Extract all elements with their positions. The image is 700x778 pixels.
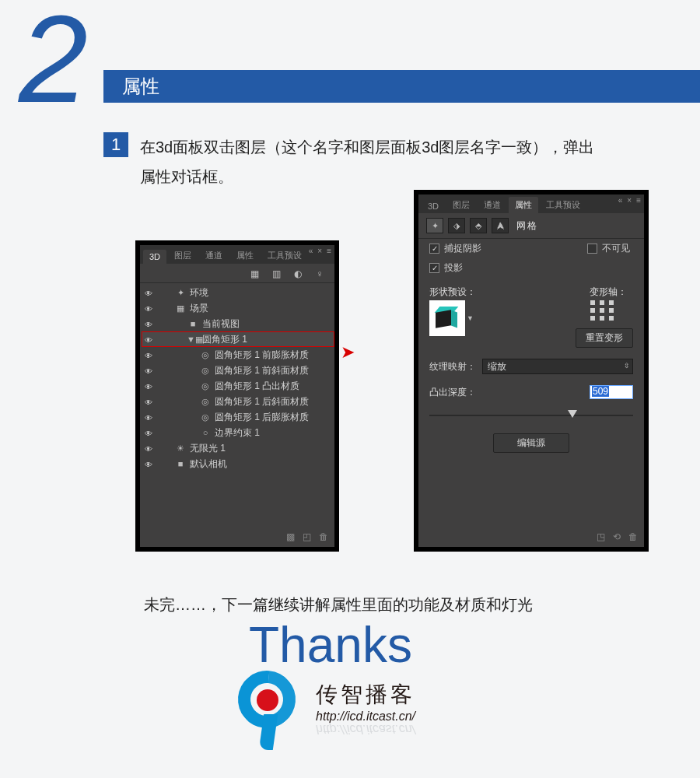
- tree-item-icon: ◎: [199, 397, 212, 407]
- mode-title: 网格: [516, 219, 538, 233]
- tree-row[interactable]: ◎圆角矩形 1 后斜面材质: [142, 394, 334, 409]
- render-icon[interactable]: ▩: [286, 531, 295, 542]
- deform-axis-label: 变形轴：: [590, 286, 627, 299]
- catch-shadow-label: 捕捉阴影: [444, 242, 481, 255]
- tree-item-icon: ■: [174, 459, 187, 468]
- visibility-eye-icon[interactable]: [142, 458, 156, 470]
- tree-row[interactable]: ■当前视图: [142, 316, 334, 331]
- tree-item-label: 当前视图: [202, 317, 334, 331]
- mode-coord-icon[interactable]: ⮝: [492, 218, 509, 233]
- extrude-depth-input[interactable]: 509: [590, 385, 633, 399]
- tree-row[interactable]: ▼▦圆角矩形 1: [142, 331, 334, 347]
- trash-icon[interactable]: 🗑: [319, 531, 328, 542]
- visibility-eye-icon[interactable]: [142, 349, 156, 361]
- outro-text: 未完……，下一篇继续讲解属性里面的功能及材质和灯光: [144, 594, 533, 615]
- menu-icon-r[interactable]: ≡: [636, 196, 641, 205]
- invisible-checkbox[interactable]: ✓: [587, 244, 597, 254]
- tree-item-label: 无限光 1: [190, 442, 334, 455]
- tree-item-icon: ✦: [174, 288, 187, 298]
- section-title: 属性: [122, 74, 159, 99]
- step-text: 在3d面板双击图层（这个名字和图层面板3d图层名字一致），弹出属性对话框。: [140, 132, 607, 191]
- brand-logo-icon: [233, 669, 303, 747]
- visibility-eye-icon[interactable]: [142, 396, 156, 408]
- tree-row[interactable]: ▦场景: [142, 300, 334, 316]
- tree-row[interactable]: ◎圆角矩形 1 前膨胀材质: [142, 347, 334, 363]
- tree-item-label: 圆角矩形 1: [202, 333, 334, 346]
- visibility-eye-icon[interactable]: [142, 427, 156, 439]
- tree-item-label: 边界约束 1: [215, 426, 334, 440]
- reset-deform-button[interactable]: 重置变形: [576, 328, 633, 348]
- tab-3d[interactable]: 3D: [143, 250, 166, 264]
- extrude-depth-slider[interactable]: [429, 410, 633, 421]
- filter-scene-icon[interactable]: ▦: [249, 268, 260, 279]
- tree-row[interactable]: ☀无限光 1: [142, 440, 334, 456]
- tab-layers-r[interactable]: 图层: [446, 197, 476, 213]
- visibility-eye-icon[interactable]: [142, 443, 156, 454]
- visibility-eye-icon[interactable]: [142, 334, 156, 345]
- visibility-eye-icon[interactable]: [142, 318, 156, 330]
- tree-item-label: 场景: [190, 302, 334, 315]
- tab-channels[interactable]: 通道: [199, 247, 229, 264]
- properties-mode-row: ✦ ⬗ ⬘ ⮝ 网格: [418, 213, 644, 238]
- shape-preset-label: 形状预设：: [429, 286, 476, 299]
- trash-icon-r[interactable]: 🗑: [628, 531, 638, 542]
- section-number: 2: [19, 0, 88, 121]
- tab-tool-presets[interactable]: 工具预设: [261, 247, 308, 264]
- visibility-eye-icon[interactable]: [142, 303, 156, 314]
- section-title-bar: 属性: [103, 70, 700, 103]
- texture-map-label: 纹理映射：: [429, 360, 476, 373]
- edit-source-button[interactable]: 编辑源: [493, 433, 569, 453]
- tree-row[interactable]: ◎圆角矩形 1 凸出材质: [142, 378, 334, 394]
- mode-cap-icon[interactable]: ⬘: [470, 218, 487, 233]
- tab-properties[interactable]: 属性: [230, 247, 260, 264]
- cast-shadow-checkbox[interactable]: ✓: [429, 263, 439, 273]
- new-icon[interactable]: ◰: [303, 531, 311, 542]
- 3d-tree: ✦环境▦场景■当前视图▼▦圆角矩形 1◎圆角矩形 1 前膨胀材质◎圆角矩形 1 …: [140, 283, 334, 473]
- tree-item-label: 环境: [190, 286, 334, 300]
- close-icon-r[interactable]: ×: [627, 196, 632, 205]
- tab-3d-r[interactable]: 3D: [422, 199, 445, 213]
- tree-row[interactable]: ○边界约束 1: [142, 425, 334, 440]
- tree-item-label: 默认相机: [190, 457, 334, 471]
- tab-layers[interactable]: 图层: [168, 247, 198, 264]
- tree-item-label: 圆角矩形 1 凸出材质: [215, 380, 334, 393]
- visibility-eye-icon[interactable]: [142, 380, 156, 392]
- tab-tool-presets-r[interactable]: 工具预设: [540, 197, 586, 213]
- filter-light-icon[interactable]: ♀: [314, 268, 325, 279]
- render-icon-r[interactable]: ◳: [597, 531, 605, 542]
- tree-item-icon: ○: [199, 428, 212, 437]
- tree-item-icon: ■: [187, 319, 199, 328]
- callout-arrow-icon: ➤: [341, 342, 355, 363]
- tree-row[interactable]: ■默认相机: [142, 456, 334, 471]
- filter-mesh-icon[interactable]: ▥: [271, 268, 282, 279]
- shape-preset-dropdown-icon[interactable]: ▼: [467, 314, 474, 322]
- properties-panel-tabs: 3D 图层 通道 属性 工具预设 «×≡: [418, 194, 644, 213]
- texture-map-select[interactable]: 缩放⇳: [482, 359, 633, 374]
- visibility-eye-icon[interactable]: [142, 365, 156, 377]
- deform-axis-grid[interactable]: [590, 300, 618, 321]
- tree-item-icon: ☀: [174, 443, 187, 454]
- tree-row[interactable]: ✦环境: [142, 285, 334, 300]
- mode-mesh-icon[interactable]: ✦: [426, 218, 443, 233]
- tab-properties-r[interactable]: 属性: [509, 197, 538, 213]
- close-icon[interactable]: ×: [317, 247, 322, 255]
- collapse-icon-r[interactable]: «: [618, 196, 623, 205]
- collapse-icon[interactable]: «: [309, 247, 313, 255]
- tree-row[interactable]: ◎圆角矩形 1 后膨胀材质: [142, 409, 334, 425]
- 3d-filter-row: ▦ ▥ ◐ ♀: [140, 264, 334, 282]
- tree-row[interactable]: ◎圆角矩形 1 前斜面材质: [142, 363, 334, 378]
- properties-panel: 3D 图层 通道 属性 工具预设 «×≡ ✦ ⬗ ⬘ ⮝ 网格 ✓ 捕捉阴影 ✓…: [415, 191, 648, 551]
- catch-shadow-checkbox[interactable]: ✓: [429, 244, 439, 254]
- invisible-label: 不可见: [602, 242, 630, 255]
- tab-channels-r[interactable]: 通道: [478, 197, 507, 213]
- visibility-eye-icon[interactable]: [142, 412, 156, 423]
- menu-icon[interactable]: ≡: [327, 247, 331, 255]
- tree-item-icon: ◎: [199, 366, 212, 376]
- reset-icon[interactable]: ⟲: [613, 531, 621, 542]
- mode-deform-icon[interactable]: ⬗: [448, 218, 465, 233]
- filter-material-icon[interactable]: ◐: [292, 268, 303, 279]
- tree-item-icon: ◎: [199, 412, 212, 422]
- tree-item-icon: ▦: [174, 303, 187, 314]
- shape-preset-swatch[interactable]: [429, 300, 465, 336]
- visibility-eye-icon[interactable]: [142, 287, 156, 299]
